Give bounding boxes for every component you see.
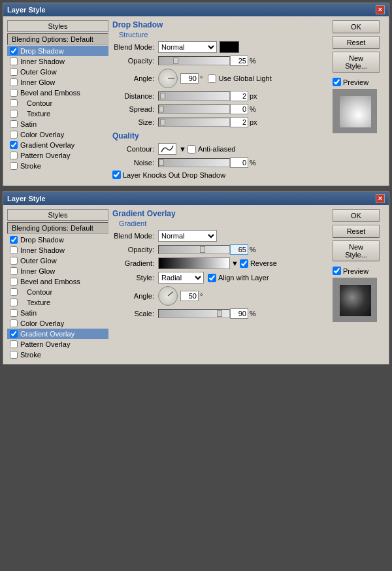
sidebar-check-outer-glow[interactable]	[10, 68, 18, 76]
noise-slider[interactable]	[158, 158, 230, 167]
distance-unit: px	[250, 92, 257, 100]
sidebar-check-inner-glow[interactable]	[10, 78, 18, 86]
sidebar2-label-inner-glow: Inner Glow	[20, 267, 55, 275]
use-global-light-check[interactable]	[208, 74, 216, 83]
angle-dial-2[interactable]	[158, 286, 178, 306]
ok-button-1[interactable]: OK	[333, 20, 380, 33]
spread-value[interactable]: 0	[230, 104, 248, 114]
opacity-slider[interactable]	[158, 56, 230, 65]
sidebar-item-bevel-emboss[interactable]: Bevel and Emboss	[7, 88, 108, 98]
sidebar-check-satin[interactable]	[10, 120, 18, 128]
sidebar2-check-stroke[interactable]	[10, 351, 18, 359]
reset-button-2[interactable]: Reset	[333, 225, 380, 238]
sidebar-check-texture[interactable]	[10, 110, 18, 118]
sidebar2-check-satin[interactable]	[10, 309, 18, 317]
sidebar2-label-inner-shadow: Inner Shadow	[20, 246, 65, 254]
sidebar2-item-drop-shadow[interactable]: Drop Shadow	[7, 235, 108, 245]
knockout-check[interactable]	[112, 171, 121, 179]
scale-value-2[interactable]: 90	[230, 308, 248, 319]
reverse-check[interactable]	[240, 259, 248, 268]
sidebar2-item-inner-glow[interactable]: Inner Glow	[7, 266, 108, 276]
noise-value[interactable]: 0	[230, 157, 248, 168]
blend-mode-select[interactable]: Normal	[158, 41, 217, 53]
ok-button-2[interactable]: OK	[333, 209, 380, 222]
sidebar-item-outer-glow[interactable]: Outer Glow	[7, 67, 108, 77]
sidebar2-label-pattern-overlay: Pattern Overlay	[20, 340, 70, 348]
anti-aliased-check[interactable]	[188, 145, 196, 154]
close-button-1[interactable]: ✕	[376, 5, 385, 14]
sidebar-blending-options[interactable]: Blending Options: Default	[7, 33, 108, 45]
distance-value[interactable]: 2	[230, 91, 248, 101]
blend-mode-select-2[interactable]: Normal	[158, 230, 217, 242]
sidebar2-item-outer-glow[interactable]: Outer Glow	[7, 255, 108, 266]
new-style-button-1[interactable]: New Style...	[333, 52, 380, 73]
gradient-dropdown-icon[interactable]: ▼	[231, 259, 238, 267]
scale-slider-2[interactable]	[158, 309, 230, 318]
sidebar2-item-satin[interactable]: Satin	[7, 308, 108, 318]
sidebar-check-inner-shadow[interactable]	[10, 57, 18, 65]
sidebar-check-color-overlay[interactable]	[10, 131, 18, 139]
sidebar-check-bevel-emboss[interactable]	[10, 89, 18, 97]
sidebar-check-gradient-overlay[interactable]	[10, 141, 18, 149]
size-slider[interactable]	[158, 118, 230, 127]
sub-title-1: Structure	[119, 31, 329, 39]
sidebar-item-texture[interactable]: Texture	[7, 108, 108, 119]
preview-check-2[interactable]	[333, 267, 341, 275]
sidebar2-item-inner-shadow[interactable]: Inner Shadow	[7, 245, 108, 255]
sidebar2-blending-options[interactable]: Blending Options: Default	[7, 222, 108, 234]
sidebar2-item-contour[interactable]: Contour	[7, 287, 108, 297]
sidebar-item-gradient-overlay[interactable]: Gradient Overlay	[7, 140, 108, 150]
sidebar2-check-inner-glow[interactable]	[10, 267, 18, 275]
sidebar-check-pattern-overlay[interactable]	[10, 152, 18, 159]
opacity-slider-2[interactable]	[158, 245, 230, 254]
sidebar-item-satin[interactable]: Satin	[7, 119, 108, 129]
style-select-2[interactable]: Radial	[158, 272, 204, 284]
sidebar-check-contour[interactable]	[10, 99, 18, 107]
sidebar2-item-bevel-emboss[interactable]: Bevel and Emboss	[7, 276, 108, 287]
angle-dial-1[interactable]	[158, 69, 178, 88]
close-button-2[interactable]: ✕	[376, 194, 385, 203]
blend-mode-row: Blend Mode: Normal	[112, 41, 329, 53]
preview-check-1[interactable]	[333, 78, 341, 86]
sidebar-item-inner-shadow[interactable]: Inner Shadow	[7, 56, 108, 67]
spread-slider[interactable]	[158, 105, 230, 114]
sidebar-item-contour[interactable]: Contour	[7, 98, 108, 108]
sidebar2-item-stroke[interactable]: Stroke	[7, 350, 108, 360]
sidebar-check-stroke[interactable]	[10, 162, 18, 170]
angle-value[interactable]: 90	[180, 73, 199, 84]
knockout-check-row: Layer Knocks Out Drop Shadow	[112, 171, 225, 179]
sidebar2-item-gradient-overlay[interactable]: Gradient Overlay	[7, 329, 108, 339]
size-value[interactable]: 2	[230, 117, 248, 127]
anti-aliased-label: Anti-aliased	[198, 145, 235, 153]
sidebar2-check-contour[interactable]	[10, 288, 18, 296]
blend-color-swatch[interactable]	[220, 41, 239, 53]
sidebar2-check-texture[interactable]	[10, 299, 18, 306]
opacity-value[interactable]: 25	[230, 56, 248, 66]
sidebar2-check-drop-shadow[interactable]	[10, 236, 18, 244]
sidebar-check-drop-shadow[interactable]	[10, 47, 18, 55]
new-style-button-2[interactable]: New Style...	[333, 240, 380, 261]
sidebar2-item-color-overlay[interactable]: Color Overlay	[7, 318, 108, 329]
sidebar2-check-bevel-emboss[interactable]	[10, 278, 18, 286]
sidebar2-check-color-overlay[interactable]	[10, 319, 18, 327]
sidebar2-check-gradient-overlay[interactable]	[10, 330, 18, 338]
sidebar2-item-texture[interactable]: Texture	[7, 297, 108, 308]
contour-selector[interactable]	[158, 143, 176, 155]
reset-button-1[interactable]: Reset	[333, 36, 380, 49]
opacity-value-2[interactable]: 65	[230, 244, 248, 255]
sidebar-item-color-overlay[interactable]: Color Overlay	[7, 129, 108, 140]
sidebar-item-inner-glow[interactable]: Inner Glow	[7, 77, 108, 88]
sidebar-item-pattern-overlay[interactable]: Pattern Overlay	[7, 150, 108, 161]
contour-dropdown-icon[interactable]: ▼	[179, 145, 186, 153]
sidebar-item-stroke[interactable]: Stroke	[7, 161, 108, 171]
sidebar2-check-pattern-overlay[interactable]	[10, 340, 18, 348]
align-layer-check[interactable]	[208, 274, 216, 282]
sidebar-label-gradient-overlay: Gradient Overlay	[20, 141, 74, 149]
distance-slider[interactable]	[158, 91, 230, 101]
sidebar2-check-inner-shadow[interactable]	[10, 246, 18, 254]
sidebar2-check-outer-glow[interactable]	[10, 257, 18, 265]
angle-value-2[interactable]: 50	[180, 291, 199, 301]
gradient-picker[interactable]	[158, 257, 230, 269]
sidebar2-item-pattern-overlay[interactable]: Pattern Overlay	[7, 339, 108, 350]
sidebar-item-drop-shadow[interactable]: Drop Shadow	[7, 46, 108, 56]
